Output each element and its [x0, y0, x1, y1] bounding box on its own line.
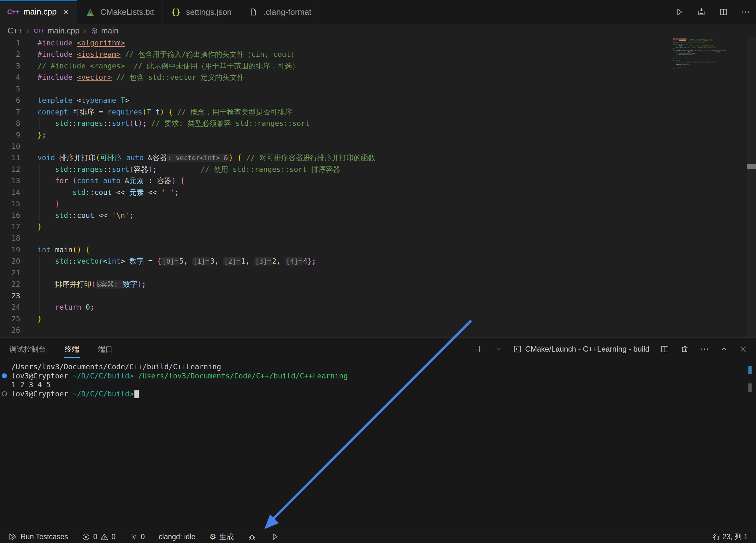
close-icon	[739, 345, 748, 353]
run-testcases-button[interactable]: Run Testcases	[8, 532, 68, 541]
cpp-file-icon: C++	[8, 8, 18, 16]
line-number: 22	[0, 278, 28, 290]
tab-.clang-format[interactable]: .clang-format	[240, 0, 320, 24]
file-icon	[248, 8, 258, 16]
code-line-12: std::ranges::sort(容器); // 使用 std::ranges…	[38, 164, 375, 175]
split-terminal-button[interactable]	[660, 344, 670, 354]
breadcrumb-item-C++[interactable]: C++	[8, 26, 22, 35]
line-number: 23	[0, 290, 28, 301]
terminal-line: lov3@Cryptoer ~/D/C/C/build>	[0, 389, 745, 398]
command-decoration-hollow[interactable]	[2, 391, 7, 396]
overview-ruler[interactable]	[747, 37, 756, 337]
cmake-build-button[interactable]: ⚙生成	[209, 532, 233, 542]
close-panel-button[interactable]	[739, 345, 748, 353]
line-number: 9	[0, 129, 28, 141]
panel-tab-调试控制台[interactable]: 调试控制台	[9, 340, 46, 358]
line-number: 3	[0, 60, 28, 72]
run-below-button[interactable]	[697, 7, 706, 17]
line-number: 16	[0, 210, 28, 221]
ports-indicator[interactable]: 0	[129, 533, 145, 541]
close-icon[interactable]: ×	[63, 7, 69, 17]
code-line-19: int main() {	[38, 244, 375, 256]
code-line-13: for (const auto &元素 : 容器) {	[38, 175, 375, 186]
indent-guide	[57, 186, 57, 198]
plus-icon	[475, 344, 484, 354]
line-number: 6	[0, 95, 28, 106]
line-number: 8	[0, 118, 28, 129]
code-editor[interactable]: 1234567891011121314151617181920212223242…	[0, 37, 756, 337]
chevron-down-icon	[495, 345, 502, 353]
cmake-icon	[85, 7, 95, 17]
line-number: 21	[0, 267, 28, 278]
run-target-button[interactable]	[270, 532, 280, 541]
play-icon	[675, 7, 684, 17]
line-number: 10	[0, 141, 28, 152]
kill-terminal-button[interactable]	[680, 345, 689, 353]
code-line-18	[38, 233, 375, 244]
more-actions-button[interactable]	[741, 7, 750, 17]
new-terminal-button[interactable]	[475, 344, 484, 354]
line-number: 12	[0, 164, 28, 175]
line-number: 26	[0, 324, 28, 336]
terminal-scroll-prompt-marker	[748, 383, 752, 392]
line-number: 20	[0, 256, 28, 267]
code-line-14: std::cout << 元素 << ' ';	[38, 187, 375, 198]
tab-label: main.cpp	[23, 7, 57, 17]
panel-tab-终端[interactable]: 终端	[64, 340, 80, 358]
terminal-instance-item[interactable]: CMake/Launch - C++Learning - build	[513, 345, 649, 353]
tab-settings.json[interactable]: {}settings.json	[163, 0, 240, 24]
indent-guide	[39, 256, 40, 313]
indent-guide	[39, 163, 40, 221]
code-line-26	[38, 324, 375, 336]
line-number: 15	[0, 198, 28, 210]
line-number: 2	[0, 49, 28, 60]
breadcrumb-item-main[interactable]: main	[90, 26, 118, 35]
maximize-panel-button[interactable]	[720, 345, 728, 353]
breadcrumb-separator: ›	[26, 26, 29, 36]
breadcrumb-separator: ›	[83, 26, 86, 36]
line-number: 14	[0, 187, 28, 198]
status-bar: Run Testcases000clangd: idle⚙生成行 23, 列 1	[0, 530, 756, 543]
panel-more-actions-button[interactable]	[700, 344, 709, 354]
command-decoration-filled[interactable]	[2, 373, 7, 378]
cursor-position[interactable]: 行 23, 列 1	[713, 532, 748, 542]
terminal-instance-label: CMake/Launch - C++Learning - build	[525, 345, 649, 353]
breadcrumb-item-main.cpp[interactable]: C++main.cpp	[33, 26, 80, 35]
gear-icon: ⚙	[209, 532, 216, 541]
code-line-11: void 排序并打印(可排序 auto &容器: vector<int> &) …	[38, 152, 375, 163]
tab-main.cpp[interactable]: C++main.cpp×	[0, 0, 77, 24]
line-number: 4	[0, 72, 28, 83]
run-button[interactable]	[675, 7, 684, 17]
split-editor-button[interactable]	[719, 7, 728, 17]
line-number: 13	[0, 175, 28, 186]
line-number: 17	[0, 221, 28, 233]
json-icon: {}	[171, 8, 181, 16]
terminal-cursor	[134, 390, 139, 398]
breadcrumb-label: C++	[8, 26, 22, 35]
minimap[interactable]: #include <algorithm>#include <iostream> …	[673, 38, 730, 70]
code-line-21	[38, 267, 375, 278]
tab-label: .clang-format	[263, 7, 311, 17]
trash-icon	[680, 345, 689, 353]
problems-indicator[interactable]: 00	[82, 533, 115, 541]
terminal-output[interactable]: /Users/lov3/Documents/Code/C++/build/C++…	[0, 362, 745, 398]
line-number: 5	[0, 83, 28, 95]
terminal-line: 1 2 3 4 5	[0, 380, 745, 389]
tab-label: CMakeLists.txt	[100, 7, 154, 17]
code-line-7: concept 可排序 = requires(T t) { // 概念，用于检查…	[38, 106, 375, 118]
clangd-status[interactable]: clangd: idle	[159, 533, 195, 541]
split-icon	[719, 7, 728, 17]
line-number: 24	[0, 301, 28, 313]
debug-button[interactable]	[248, 533, 256, 541]
line-number: 7	[0, 106, 28, 118]
split-icon	[660, 344, 670, 354]
terminal-profile-dropdown[interactable]	[495, 345, 502, 353]
tab-CMakeLists.txt[interactable]: CMakeLists.txt	[77, 0, 163, 24]
panel-tab-端口[interactable]: 端口	[97, 340, 113, 358]
breadcrumb: C++›C++main.cpp›main	[0, 24, 756, 37]
minimap-line	[673, 69, 730, 70]
line-number: 1	[0, 37, 28, 49]
warning-icon	[100, 533, 109, 541]
bug-icon	[248, 533, 256, 541]
terminal-line: /Users/lov3/Documents/Code/C++/build/C++…	[0, 362, 745, 371]
